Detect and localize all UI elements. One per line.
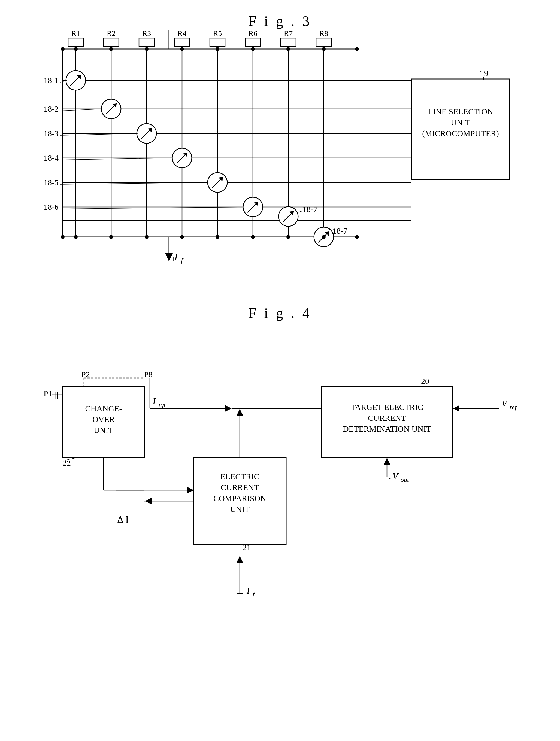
svg-point-65 bbox=[251, 47, 255, 51]
svg-text:18-5: 18-5 bbox=[44, 178, 59, 187]
svg-rect-21 bbox=[104, 38, 119, 46]
svg-point-59 bbox=[61, 47, 65, 51]
svg-text:R5: R5 bbox=[213, 30, 222, 38]
svg-marker-163 bbox=[384, 458, 390, 465]
svg-text:CURRENT: CURRENT bbox=[221, 483, 259, 492]
svg-point-72 bbox=[145, 235, 148, 239]
svg-rect-29 bbox=[245, 38, 260, 46]
svg-text:I: I bbox=[174, 251, 178, 262]
svg-marker-129 bbox=[225, 405, 232, 412]
svg-text:R7: R7 bbox=[284, 30, 293, 38]
fig4-svg: CHANGE- OVER UNIT 22 P1 P2 P8 bbox=[36, 332, 526, 714]
page: F i g . 3 bbox=[0, 0, 560, 741]
svg-rect-25 bbox=[174, 38, 190, 46]
svg-text:DETERMINATION  UNIT: DETERMINATION UNIT bbox=[343, 424, 431, 433]
svg-point-63 bbox=[180, 47, 184, 51]
svg-text:R8: R8 bbox=[319, 30, 328, 38]
svg-marker-148 bbox=[237, 556, 243, 563]
svg-rect-31 bbox=[281, 38, 296, 46]
svg-text:R1: R1 bbox=[71, 30, 80, 38]
svg-point-60 bbox=[74, 47, 78, 51]
svg-rect-33 bbox=[316, 38, 331, 46]
svg-text:COMPARISON: COMPARISON bbox=[213, 494, 266, 503]
svg-text:18-7: 18-7 bbox=[332, 226, 348, 235]
svg-text:R3: R3 bbox=[142, 30, 151, 38]
svg-point-73 bbox=[180, 235, 184, 239]
svg-marker-139 bbox=[237, 409, 243, 416]
svg-point-67 bbox=[322, 47, 326, 51]
svg-point-71 bbox=[109, 235, 113, 239]
svg-marker-159 bbox=[453, 405, 459, 412]
svg-point-61 bbox=[109, 47, 113, 51]
svg-marker-80 bbox=[165, 253, 173, 261]
svg-text:CHANGE-: CHANGE- bbox=[85, 404, 122, 413]
svg-text:OVER: OVER bbox=[92, 415, 115, 424]
svg-point-74 bbox=[215, 235, 220, 239]
svg-point-66 bbox=[287, 47, 290, 51]
svg-text:CURRENT: CURRENT bbox=[368, 413, 406, 422]
svg-text:19: 19 bbox=[480, 68, 488, 78]
svg-text:22: 22 bbox=[63, 458, 71, 467]
fig3-title: F i g . 3 bbox=[248, 13, 311, 29]
svg-text:P2: P2 bbox=[81, 370, 90, 379]
svg-text:UNIT: UNIT bbox=[230, 504, 250, 514]
svg-line-97 bbox=[298, 211, 302, 212]
svg-text:P1: P1 bbox=[44, 389, 52, 398]
svg-text:f: f bbox=[181, 257, 184, 264]
svg-text:18-2: 18-2 bbox=[44, 104, 59, 113]
svg-rect-27 bbox=[210, 38, 225, 46]
svg-text:f: f bbox=[253, 591, 255, 598]
svg-point-75 bbox=[251, 235, 255, 239]
svg-point-69 bbox=[61, 235, 65, 239]
svg-point-78 bbox=[355, 235, 359, 239]
svg-text:R2: R2 bbox=[107, 30, 116, 38]
svg-text:ELECTRIC: ELECTRIC bbox=[220, 472, 259, 481]
svg-text:LINE  SELECTION: LINE SELECTION bbox=[428, 107, 493, 116]
svg-text:21: 21 bbox=[243, 543, 251, 552]
svg-text:P8: P8 bbox=[144, 370, 152, 379]
fig3-svg: R1 R2 R3 R4 R5 R6 R7 R8 bbox=[36, 30, 515, 267]
svg-text:out: out bbox=[400, 476, 409, 483]
svg-text:ref: ref bbox=[510, 404, 517, 411]
svg-text:tgt: tgt bbox=[159, 401, 166, 408]
svg-text:I: I bbox=[246, 586, 250, 596]
svg-point-62 bbox=[145, 47, 148, 51]
svg-text:UNIT: UNIT bbox=[94, 426, 113, 434]
svg-text:18-7: 18-7 bbox=[303, 205, 317, 213]
svg-text:Δ I: Δ I bbox=[117, 514, 129, 525]
svg-point-68 bbox=[355, 47, 359, 51]
svg-text:R6: R6 bbox=[249, 30, 257, 38]
fig4-title: F i g . 4 bbox=[248, 305, 311, 321]
svg-line-166 bbox=[388, 478, 391, 479]
svg-point-70 bbox=[74, 235, 78, 239]
svg-text:18-3: 18-3 bbox=[44, 129, 59, 138]
svg-rect-19 bbox=[68, 38, 83, 46]
fig3-diagram: R1 R2 R3 R4 R5 R6 R7 R8 bbox=[36, 30, 515, 267]
svg-text:(MICROCOMPUTER): (MICROCOMPUTER) bbox=[422, 129, 499, 138]
svg-point-77 bbox=[322, 235, 326, 239]
svg-text:18-6: 18-6 bbox=[44, 202, 59, 211]
svg-text:18-1: 18-1 bbox=[44, 76, 59, 85]
svg-text:V: V bbox=[501, 398, 508, 408]
svg-marker-141 bbox=[187, 487, 194, 493]
svg-text:R4: R4 bbox=[178, 30, 187, 38]
svg-text:I: I bbox=[152, 396, 156, 406]
svg-text:UNIT: UNIT bbox=[451, 118, 470, 127]
fig4-diagram: CHANGE- OVER UNIT 22 P1 P2 P8 bbox=[36, 332, 526, 714]
svg-text:18-4: 18-4 bbox=[44, 153, 59, 162]
svg-point-76 bbox=[287, 235, 290, 239]
svg-text:V: V bbox=[392, 471, 399, 481]
svg-marker-169 bbox=[145, 498, 151, 504]
svg-text:TARGET  ELECTRIC: TARGET ELECTRIC bbox=[351, 403, 423, 411]
svg-point-64 bbox=[215, 47, 220, 51]
svg-text:20: 20 bbox=[421, 377, 429, 386]
svg-rect-23 bbox=[139, 38, 154, 46]
